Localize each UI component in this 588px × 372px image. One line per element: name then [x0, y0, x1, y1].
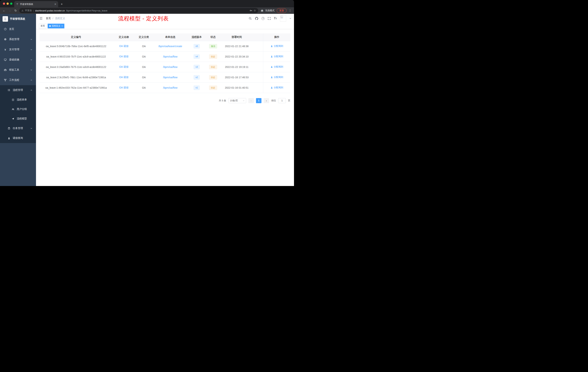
user-icon — [7, 137, 10, 140]
sidebar-item-infrastructure[interactable]: 基础设施 — [0, 55, 36, 65]
sidebar-item-leave-query[interactable]: 请假查询 — [0, 133, 36, 143]
sidebar-item-user-group[interactable]: 用户分组 — [0, 104, 36, 114]
goto-page-input[interactable] — [278, 98, 286, 103]
page-number-1[interactable]: 1 — [256, 98, 262, 103]
user-avatar[interactable] — [280, 15, 286, 22]
app-shell: 芋道管理系统 首页 系统管理 ¥ 支付管理 — [0, 14, 294, 186]
sidebar-item-label: 支付管理 — [9, 48, 19, 51]
cell-category: OA — [135, 51, 153, 62]
form-link[interactable]: /bpm/oa/flow — [163, 76, 178, 79]
definition-name-link[interactable]: OA 请假 — [119, 65, 128, 68]
column-header-spacer — [253, 33, 263, 41]
sidebar-item-workflow[interactable]: 工作流程 — [0, 75, 36, 85]
fullscreen-icon[interactable] — [268, 17, 271, 20]
workflow-icon — [4, 79, 7, 82]
sidebar-item-payment[interactable]: ¥ 支付管理 — [0, 44, 36, 55]
sidebar-item-system[interactable]: 系统管理 — [0, 34, 36, 44]
sidebar-item-label: 基础设施 — [9, 58, 19, 61]
breadcrumb-current: 流程定义 — [55, 17, 65, 20]
dashboard-icon — [4, 28, 7, 31]
assign-rule-link[interactable]: 分配规则 — [271, 44, 283, 48]
cell-definition-id: oa_leave:2:3c1f0ef1-76b1-11ec-9c66-a2380… — [40, 72, 113, 82]
cell-category: OA — [135, 72, 153, 82]
avatar-caret-icon[interactable] — [289, 17, 292, 20]
sidebar: 芋道管理系统 首页 系统管理 ¥ 支付管理 — [0, 14, 36, 186]
tab-close-icon[interactable]: ✕ — [54, 3, 56, 6]
font-size-icon[interactable]: TT — [274, 17, 277, 20]
cell-category: OA — [135, 41, 153, 51]
definition-name-link[interactable]: OA 请假 — [119, 76, 128, 79]
sidebar-item-label: 系统管理 — [9, 38, 19, 41]
chevron-down-icon — [30, 38, 32, 40]
assign-rule-link[interactable]: 分配规则 — [271, 86, 283, 89]
version-badge: v2 — [194, 75, 200, 79]
key-icon[interactable] — [250, 9, 252, 12]
window-zoom-button[interactable] — [10, 2, 12, 5]
sidebar-item-label: 研发工具 — [9, 68, 19, 72]
page-size-select[interactable]: 10条/页 — [228, 98, 246, 103]
form-link[interactable]: /bpm/oa/flow — [163, 86, 178, 89]
cell-deploy-time: 2022-01-16 17:46:53 — [221, 72, 252, 82]
form-link[interactable]: /bpm/oa/flow — [163, 66, 178, 68]
window-minimize-button[interactable] — [7, 2, 9, 5]
security-warning-icon: ⚠ — [21, 9, 24, 12]
active-tag-dot — [49, 25, 51, 27]
cell-deploy-time: 2022-01-22 20:34:10 — [221, 51, 252, 62]
reload-icon[interactable]: ↻ — [13, 9, 18, 12]
window-close-button[interactable] — [3, 2, 5, 5]
breadcrumb: 首页 / 流程定义 — [46, 17, 65, 20]
version-badge: v5 — [194, 44, 200, 48]
browser-tab[interactable]: 芋道管理系统 ✕ — [14, 1, 58, 7]
tag-home[interactable]: 首页 — [39, 24, 47, 28]
incognito-label: 无痕模式 — [265, 9, 274, 12]
prev-page-button[interactable]: ‹ — [248, 98, 254, 103]
github-icon[interactable] — [255, 17, 258, 20]
tab-strip: 芋道管理系统 ✕ + — [0, 0, 294, 7]
definition-name-link[interactable]: OA 请假 — [119, 55, 128, 58]
browser-update-button[interactable]: 更新 — [277, 8, 286, 13]
back-icon[interactable]: ← — [2, 9, 6, 12]
tag-close-icon[interactable]: × — [62, 25, 63, 27]
sidebar-item-task-management[interactable]: 任务管理 — [0, 123, 36, 133]
chevron-up-icon — [30, 89, 32, 91]
assign-rule-link[interactable]: 分配规则 — [271, 65, 283, 68]
definition-name-link[interactable]: OA 请假 — [119, 44, 128, 47]
table-row: oa_leave:1:482ec033-762a-11ec-8477-a2380… — [40, 82, 290, 93]
cell-deploy-time: 2022-01-22 21:48:38 — [221, 41, 252, 51]
sidebar-item-dev-tools[interactable]: 研发工具 — [0, 65, 36, 75]
bookmark-star-icon[interactable]: ☆ — [254, 9, 256, 12]
column-header-deploy-time: 部署时间 — [221, 33, 252, 41]
assign-rule-link[interactable]: 分配规则 — [271, 55, 283, 58]
task-icon — [7, 127, 10, 130]
forward-icon[interactable]: → — [8, 9, 12, 12]
help-icon[interactable]: ? — [262, 17, 264, 20]
sidebar-item-process-management[interactable]: 流程管理 — [0, 85, 36, 95]
assign-rule-link[interactable]: 分配规则 — [271, 76, 283, 79]
tag-label: 首页 — [41, 24, 45, 27]
definition-name-link[interactable]: OA 请假 — [119, 86, 128, 89]
pagination: 共 5 条 10条/页 ‹ 1 › 前往 页 — [40, 98, 290, 103]
sidebar-logo[interactable]: 芋道管理系统 — [0, 14, 36, 24]
sidebar-item-process-form[interactable]: 流程表单 — [0, 95, 36, 104]
cell-spacer — [253, 41, 263, 51]
new-tab-button[interactable]: + — [61, 2, 63, 6]
tree-list-icon — [7, 89, 10, 92]
tag-process-definition[interactable]: 流程定义 × — [48, 24, 64, 28]
breadcrumb-home[interactable]: 首页 — [46, 17, 51, 20]
sidebar-item-home[interactable]: 首页 — [0, 24, 36, 34]
cell-definition-id: oa_leave:4:991f2193-7b7f-11ec-a3c8-acde4… — [40, 51, 113, 62]
address-bar[interactable]: ⚠ 不安全 | dashboard.yudao.iocoder.cn/bpm/m… — [19, 8, 258, 13]
sidebar-fold-icon[interactable] — [39, 17, 43, 20]
person-icon — [271, 76, 273, 78]
yen-icon: ¥ — [4, 48, 7, 51]
chevron-down-icon — [30, 127, 32, 129]
form-link[interactable]: /bpm/oa/flow — [163, 55, 178, 58]
form-link[interactable]: /bpm/oa/leave/create — [158, 45, 182, 48]
next-page-button[interactable]: › — [264, 98, 269, 103]
search-icon[interactable] — [249, 17, 252, 20]
app-title: 芋道管理系统 — [10, 17, 25, 21]
chevron-down-icon — [30, 49, 32, 51]
browser-menu-icon[interactable]: ⋮ — [288, 9, 292, 12]
browser-chrome: 芋道管理系统 ✕ + ← → ↻ ⚠ 不安全 | dashboard.yudao… — [0, 0, 294, 14]
sidebar-item-process-model[interactable]: 流程模型 — [0, 114, 36, 123]
